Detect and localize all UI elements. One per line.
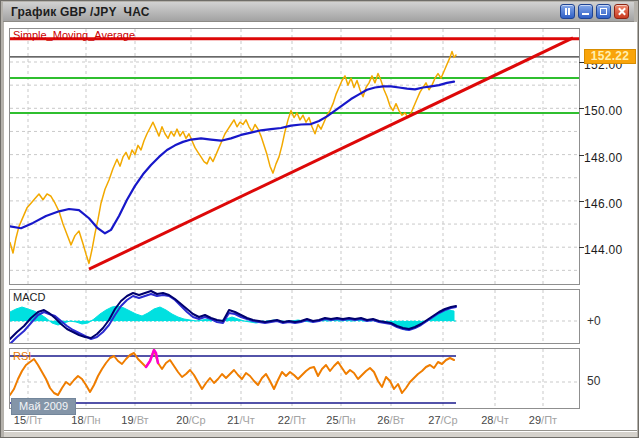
price-axis-label: 148.00 <box>584 151 623 165</box>
time-axis-label: 27/Ср <box>419 414 467 426</box>
minimize-button[interactable] <box>578 4 593 19</box>
time-axis-label: 26/Вт <box>367 414 415 426</box>
time-axis-label: 29/Пт <box>519 414 567 426</box>
macd-label: MACD <box>13 292 45 303</box>
macd-svg <box>10 290 579 343</box>
sma-indicator-label: Simple_Moving_Average <box>13 30 135 41</box>
price-axis-tick <box>579 247 584 248</box>
time-axis-label: 20/Ср <box>167 414 215 426</box>
price-axis-tick <box>579 108 584 109</box>
rsi-label: RSI <box>13 351 31 362</box>
price-chart-svg <box>10 29 579 284</box>
price-axis-label: 150.00 <box>584 104 623 118</box>
macd-panel[interactable] <box>9 289 580 344</box>
pause-button[interactable] <box>560 4 575 19</box>
price-axis-tick <box>579 155 584 156</box>
window-title: График GBP /JPY ЧАС <box>11 5 150 19</box>
time-axis-label: 22/Пт <box>268 414 316 426</box>
price-axis-label: 146.00 <box>584 197 623 211</box>
chart-window: График GBP /JPY ЧАС Simple_Moving_Averag… <box>0 0 639 438</box>
time-axis-label: 25/Пн <box>317 414 365 426</box>
time-axis-label: 19/Вт <box>111 414 159 426</box>
time-axis-label: 15/Пт <box>4 414 52 426</box>
price-chart-panel[interactable] <box>9 28 580 285</box>
window-controls <box>560 4 629 19</box>
time-axis-label: 21/Чт <box>217 414 265 426</box>
titlebar[interactable]: График GBP /JPY ЧАС <box>3 2 634 22</box>
time-axis-label: 28/Чт <box>471 414 519 426</box>
macd-zero-label: +0 <box>587 314 601 328</box>
close-button[interactable] <box>614 4 629 19</box>
rsi-svg <box>10 349 579 408</box>
maximize-button[interactable] <box>596 4 611 19</box>
current-price-badge: 152.22 <box>584 49 636 64</box>
window-bottom-edge <box>4 430 637 437</box>
price-axis-label: 144.00 <box>584 243 623 257</box>
time-axis-label: 18/Пн <box>62 414 110 426</box>
rsi-fifty-label: 50 <box>587 374 600 388</box>
rsi-panel[interactable] <box>9 348 580 409</box>
price-axis-tick <box>579 201 584 202</box>
month-badge: Май 2009 <box>11 398 76 415</box>
